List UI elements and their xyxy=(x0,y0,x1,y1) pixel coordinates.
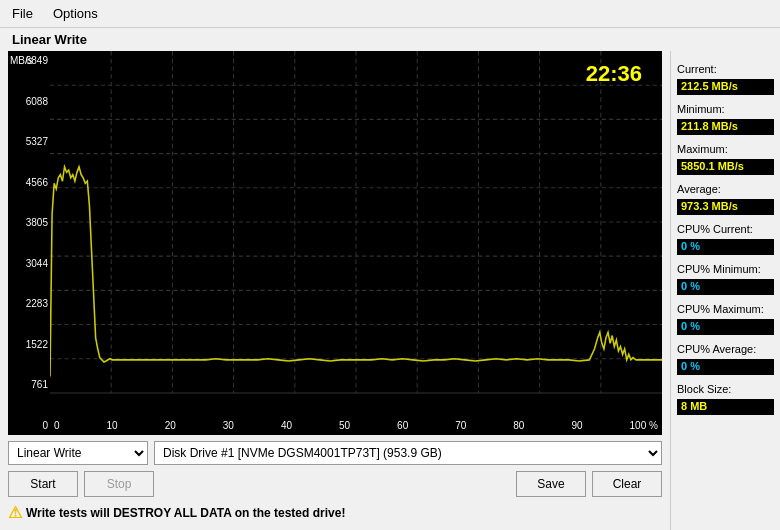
maximum-value: 5850.1 MB/s xyxy=(677,159,774,175)
minimum-label: Minimum: xyxy=(677,103,774,115)
cpu-maximum-label: CPU% Maximum: xyxy=(677,303,774,315)
cpu-current-value: 0 % xyxy=(677,239,774,255)
block-size-value: 8 MB xyxy=(677,399,774,415)
save-button[interactable]: Save xyxy=(516,471,586,497)
current-value: 212.5 MB/s xyxy=(677,79,774,95)
menu-options[interactable]: Options xyxy=(49,4,102,23)
start-button[interactable]: Start xyxy=(8,471,78,497)
average-value: 973.3 MB/s xyxy=(677,199,774,215)
stop-button[interactable]: Stop xyxy=(84,471,154,497)
current-label: Current: xyxy=(677,63,774,75)
controls-row: Linear Write Linear Read Random Write Ra… xyxy=(8,441,662,465)
left-panel: MB/s 6849 6088 5327 4566 3805 3044 2283 … xyxy=(0,51,670,530)
main-content: MB/s 6849 6088 5327 4566 3805 3044 2283 … xyxy=(0,51,780,530)
window-title: Linear Write xyxy=(0,28,780,51)
cpu-minimum-label: CPU% Minimum: xyxy=(677,263,774,275)
block-size-label: Block Size: xyxy=(677,383,774,395)
average-label: Average: xyxy=(677,183,774,195)
menu-file[interactable]: File xyxy=(8,4,37,23)
minimum-value: 211.8 MB/s xyxy=(677,119,774,135)
menubar: File Options xyxy=(0,0,780,28)
cpu-average-label: CPU% Average: xyxy=(677,343,774,355)
warning-row: ⚠ Write tests will DESTROY ALL DATA on t… xyxy=(8,503,662,522)
cpu-minimum-value: 0 % xyxy=(677,279,774,295)
cpu-maximum-value: 0 % xyxy=(677,319,774,335)
buttons-row: Start Stop Save Clear xyxy=(8,471,662,497)
chart-container: MB/s 6849 6088 5327 4566 3805 3044 2283 … xyxy=(8,51,662,435)
maximum-label: Maximum: xyxy=(677,143,774,155)
cpu-current-label: CPU% Current: xyxy=(677,223,774,235)
y-axis-labels: 6849 6088 5327 4566 3805 3044 2283 1522 … xyxy=(8,51,50,435)
warning-text: Write tests will DESTROY ALL DATA on the… xyxy=(26,506,345,520)
warning-icon: ⚠ xyxy=(8,503,22,522)
clear-button[interactable]: Clear xyxy=(592,471,662,497)
cpu-average-value: 0 % xyxy=(677,359,774,375)
main-window: File Options Linear Write MB/s 6849 6088… xyxy=(0,0,780,530)
right-panel: Current: 212.5 MB/s Minimum: 211.8 MB/s … xyxy=(670,51,780,530)
test-type-select[interactable]: Linear Write Linear Read Random Write Ra… xyxy=(8,441,148,465)
x-axis-labels: 0 10 20 30 40 50 60 70 80 90 100 % xyxy=(50,415,662,435)
time-display: 22:36 xyxy=(586,61,642,87)
chart-plot xyxy=(50,51,662,415)
disk-select[interactable]: Disk Drive #1 [NVMe DGSM4001TP73T] (953.… xyxy=(154,441,662,465)
